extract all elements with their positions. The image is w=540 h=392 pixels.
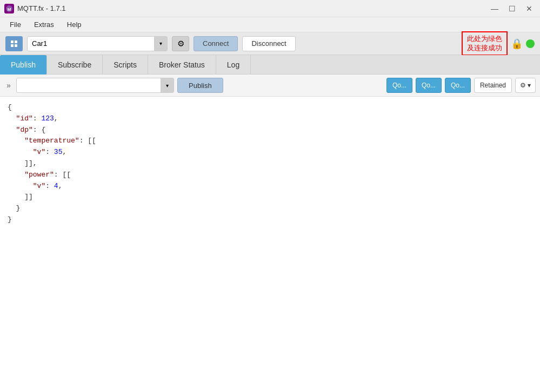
menu-file[interactable]: File [4, 19, 26, 30]
tabs-bar: Publish Subscribe Scripts Broker Status … [0, 55, 540, 75]
topic-input-wrapper[interactable]: ▾ [16, 78, 174, 93]
connect-button[interactable]: Connect [194, 36, 238, 51]
connection-profile-dropdown[interactable]: ▾ [154, 37, 167, 51]
topic-dropdown-button[interactable]: ▾ [161, 78, 174, 92]
tab-broker-status[interactable]: Broker Status [148, 55, 216, 75]
tab-publish[interactable]: Publish [0, 55, 47, 75]
expand-button[interactable]: » [4, 81, 13, 90]
connection-status-dot [526, 39, 535, 48]
qos1-button[interactable]: Qo... [416, 78, 442, 93]
connection-profile-selector[interactable]: ▾ [27, 36, 168, 51]
maximize-button[interactable]: ☐ [505, 2, 518, 15]
title-bar-left: M MQTT.fx - 1.7.1 [4, 4, 66, 13]
svg-rect-4 [11, 44, 14, 47]
menu-bar: File Extras Help [0, 17, 540, 32]
svg-text:M: M [8, 7, 11, 12]
options-button[interactable]: ⚙ ▾ [515, 78, 536, 93]
title-bar-controls: — ☐ ✕ [488, 2, 536, 15]
annotation-box: 此处为绿色 及连接成功 [462, 31, 508, 56]
close-button[interactable]: ✕ [523, 2, 536, 15]
gear-icon: ⚙ [520, 82, 526, 89]
lock-icon: 🔒 [511, 38, 523, 50]
connection-status-area: 此处为绿色 及连接成功 🔒 [462, 31, 535, 56]
qos2-button[interactable]: Qo... [445, 78, 471, 93]
disconnect-button[interactable]: Disconnect [242, 36, 295, 51]
publish-send-button[interactable]: Publish [177, 78, 223, 93]
app-icon: M [4, 4, 14, 13]
annotation-line2: 及连接成功 [467, 44, 502, 53]
connection-bar: ▾ ⚙ Connect Disconnect 此处为绿色 及连接成功 🔒 [0, 32, 540, 55]
menu-extras[interactable]: Extras [29, 19, 59, 30]
annotation-line1: 此处为绿色 [467, 35, 502, 44]
menu-help[interactable]: Help [62, 19, 87, 30]
topic-bar: » ▾ Publish Qo... Qo... Qo... Retained ⚙… [0, 75, 540, 97]
title-bar: M MQTT.fx - 1.7.1 — ☐ ✕ [0, 0, 540, 17]
retained-button[interactable]: Retained [474, 78, 512, 93]
publish-area: » ▾ Publish Qo... Qo... Qo... Retained ⚙… [0, 75, 540, 392]
tab-log[interactable]: Log [216, 55, 251, 75]
chevron-down-icon: ▾ [528, 82, 531, 89]
connection-profile-input[interactable] [28, 39, 154, 48]
app-title: MQTT.fx - 1.7.1 [17, 4, 66, 12]
editor-area[interactable]: { "id": 123, "dp": { "temperatrue": [[ "… [0, 97, 540, 392]
minimize-button[interactable]: — [488, 2, 501, 15]
topic-input[interactable] [17, 82, 161, 90]
new-connection-button[interactable] [5, 36, 23, 51]
svg-rect-5 [15, 44, 17, 47]
svg-rect-2 [11, 40, 14, 43]
settings-button[interactable]: ⚙ [172, 36, 189, 51]
tab-scripts[interactable]: Scripts [103, 55, 148, 75]
qos0-button[interactable]: Qo... [386, 78, 412, 93]
svg-rect-3 [15, 40, 17, 43]
tab-subscribe[interactable]: Subscribe [47, 55, 103, 75]
